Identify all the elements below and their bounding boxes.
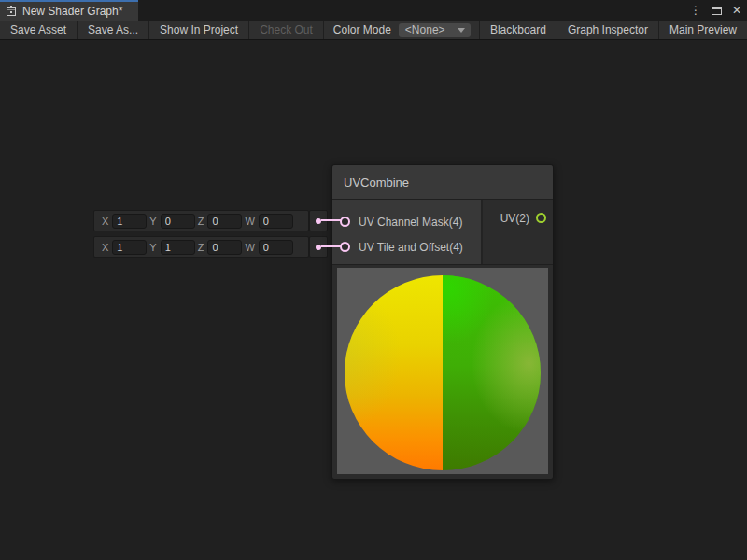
window-controls: ⋮ ✕ <box>690 0 741 21</box>
kebab-menu-icon[interactable]: ⋮ <box>690 5 701 16</box>
node-port-area: UV Channel Mask(4) UV Tile and Offset(4)… <box>332 200 553 265</box>
sphere-left-half <box>345 275 443 470</box>
output-port-label: UV(2) <box>500 212 529 225</box>
maximize-icon[interactable] <box>712 7 722 15</box>
vector4-input-row-2: X Y Z W <box>93 236 309 258</box>
shader-graph-toolbar: Save Asset Save As... Show In Project Ch… <box>0 21 747 40</box>
node-outputs-column: UV(2) <box>481 200 553 264</box>
uv-output-port-icon[interactable] <box>536 213 546 223</box>
vector-x-field[interactable] <box>112 240 147 255</box>
node-uvcombine[interactable]: UVCombine UV Channel Mask(4) UV Tile and… <box>331 164 554 480</box>
sphere-right-half <box>443 275 541 470</box>
node-title-label: UVCombine <box>344 175 409 189</box>
tab-title: New Shader Graph* <box>22 5 122 18</box>
field-label-y: Y <box>149 242 156 253</box>
node-preview-section <box>332 265 553 479</box>
save-as-button[interactable]: Save As... <box>78 21 149 39</box>
vector-y-field[interactable] <box>161 240 195 255</box>
node-title-bar[interactable]: UVCombine <box>332 165 553 200</box>
check-out-button: Check Out <box>249 21 324 39</box>
uv-preview-sphere <box>345 275 541 470</box>
field-label-w: W <box>245 216 254 227</box>
edge-tile-offset-connection[interactable] <box>321 245 342 247</box>
main-preview-toggle-button[interactable]: Main Preview <box>658 21 747 39</box>
vector-y-field[interactable] <box>161 214 195 229</box>
tab-new-shader-graph[interactable]: New Shader Graph* <box>0 0 138 21</box>
field-label-w: W <box>245 242 254 253</box>
edge-mask-connection[interactable] <box>321 219 342 221</box>
input-port-label: UV Tile and Offset(4) <box>359 241 463 254</box>
vector-z-field[interactable] <box>207 214 242 229</box>
shader-graph-icon <box>6 6 17 17</box>
blackboard-toggle-button[interactable]: Blackboard <box>479 21 557 39</box>
chevron-down-icon <box>458 28 465 33</box>
color-mode-value: <None> <box>405 23 445 36</box>
uv-channel-mask-port-icon[interactable] <box>340 217 350 227</box>
graph-canvas[interactable]: X Y Z W X Y Z W UVCombine <box>0 41 747 560</box>
input-port-row: UV Tile and Offset(4) <box>332 234 481 259</box>
tab-strip: New Shader Graph* ⋮ ✕ <box>0 0 747 21</box>
node-inputs-column: UV Channel Mask(4) UV Tile and Offset(4) <box>332 200 481 264</box>
color-mode-dropdown[interactable]: <None> <box>399 23 471 37</box>
field-label-x: X <box>102 242 108 253</box>
field-label-x: X <box>102 216 108 227</box>
vector4-input-row-1: X Y Z W <box>93 210 309 231</box>
vector-w-field[interactable] <box>259 240 293 255</box>
color-mode-label: Color Mode <box>324 21 399 39</box>
vector-w-field[interactable] <box>259 214 293 229</box>
close-icon[interactable]: ✕ <box>732 5 741 16</box>
preview-background <box>337 268 548 474</box>
field-label-y: Y <box>149 216 156 227</box>
graph-inspector-toggle-button[interactable]: Graph Inspector <box>557 21 658 39</box>
show-in-project-button[interactable]: Show In Project <box>149 21 249 39</box>
vector-x-field[interactable] <box>112 214 147 229</box>
save-asset-button[interactable]: Save Asset <box>0 21 78 39</box>
vector-z-field[interactable] <box>207 240 242 255</box>
field-label-z: Z <box>198 242 204 253</box>
input-port-row: UV Channel Mask(4) <box>332 209 481 234</box>
input-port-label: UV Channel Mask(4) <box>359 216 462 229</box>
field-label-z: Z <box>198 216 204 227</box>
